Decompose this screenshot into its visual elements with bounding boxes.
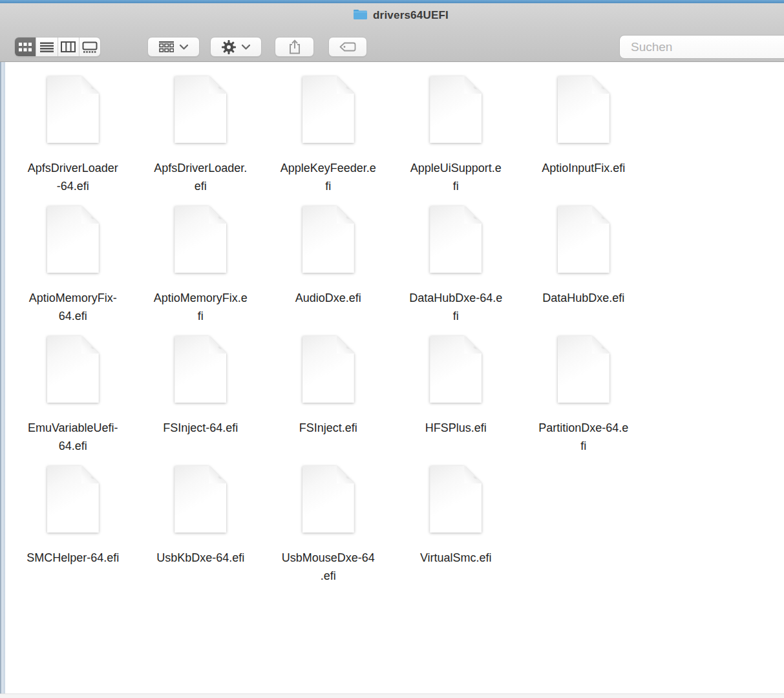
title-bar[interactable]: drivers64UEFI <box>0 3 784 62</box>
gear-icon <box>222 40 236 54</box>
file-label: UsbKbDxe-64.efi <box>156 549 244 567</box>
tags-button[interactable] <box>328 37 367 57</box>
file-label: FSInject.efi <box>299 419 357 437</box>
view-mode-segmented-control <box>14 37 101 57</box>
grid-view-icon <box>18 42 32 52</box>
document-icon <box>175 466 226 533</box>
file-item[interactable]: DataHubDxe.efi <box>520 192 648 322</box>
document-icon <box>430 206 482 273</box>
file-item[interactable]: SMCHelper-64.efi <box>9 452 137 582</box>
file-label: AudioDxe.efi <box>295 289 361 307</box>
file-item[interactable]: HFSPlus.efi <box>392 322 520 452</box>
search-input[interactable] <box>631 40 784 54</box>
file-label: AptioInputFix.efi <box>542 159 625 177</box>
file-label: FSInject-64.efi <box>163 419 238 437</box>
document-icon <box>302 336 354 403</box>
document-icon <box>47 466 99 533</box>
file-label: ApfsDriverLoader-64.efi <box>28 159 118 195</box>
document-icon <box>175 206 226 273</box>
document-icon <box>302 206 354 273</box>
file-label: UsbMouseDxe-64.efi <box>282 549 375 585</box>
document-icon <box>175 76 226 143</box>
file-label: SMCHelper-64.efi <box>26 549 119 567</box>
desktop-left-sliver <box>0 62 5 693</box>
document-icon <box>47 76 99 143</box>
file-label: PartitionDxe-64.efi <box>538 419 628 455</box>
file-label: HFSPlus.efi <box>425 419 487 437</box>
document-icon <box>175 336 226 403</box>
share-button[interactable] <box>275 37 314 57</box>
window-title: drivers64UEFI <box>373 9 449 22</box>
file-label: EmuVariableUefi-64.efi <box>28 419 118 455</box>
file-item[interactable]: VirtualSmc.efi <box>392 452 520 582</box>
column-view-button[interactable] <box>58 37 79 56</box>
file-item[interactable]: AptioMemoryFix-64.efi <box>9 192 137 322</box>
file-item[interactable]: AptioMemoryFix.efi <box>137 192 265 322</box>
file-item[interactable]: ApfsDriverLoader.efi <box>137 62 265 192</box>
window-bottom-edge <box>0 693 784 698</box>
file-label: AppleKeyFeeder.efi <box>281 159 376 195</box>
file-item[interactable]: UsbKbDxe-64.efi <box>137 452 265 582</box>
file-label: DataHubDxe.efi <box>542 289 624 307</box>
file-item[interactable]: AppleKeyFeeder.efi <box>264 62 392 192</box>
file-item[interactable]: PartitionDxe-64.efi <box>520 322 648 452</box>
column-view-icon <box>61 41 76 52</box>
file-item[interactable]: FSInject-64.efi <box>137 322 265 452</box>
file-label: ApfsDriverLoader.efi <box>154 159 247 195</box>
document-icon <box>302 466 354 533</box>
file-item[interactable]: AppleUiSupport.efi <box>392 62 520 192</box>
file-item[interactable]: DataHubDxe-64.efi <box>392 192 520 322</box>
chevron-down-icon <box>180 45 188 50</box>
tag-icon <box>339 42 356 52</box>
document-icon <box>558 336 609 403</box>
arrange-button[interactable] <box>147 37 200 57</box>
list-view-icon <box>40 42 54 52</box>
list-view-button[interactable] <box>36 37 58 56</box>
icon-view-button[interactable] <box>15 37 36 56</box>
document-icon <box>558 206 609 273</box>
chevron-down-icon <box>242 45 250 50</box>
document-icon <box>430 336 482 403</box>
arrange-icon <box>159 41 174 52</box>
file-item[interactable]: UsbMouseDxe-64.efi <box>264 452 392 582</box>
file-item[interactable]: ApfsDriverLoader-64.efi <box>9 62 137 192</box>
document-icon <box>430 466 482 533</box>
document-icon <box>430 76 482 143</box>
share-icon <box>289 39 301 54</box>
document-icon <box>302 76 354 143</box>
action-button[interactable] <box>210 37 262 57</box>
file-item[interactable]: AptioInputFix.efi <box>520 62 648 192</box>
gallery-view-button[interactable] <box>79 37 100 56</box>
document-icon <box>47 336 99 403</box>
file-item[interactable]: EmuVariableUefi-64.efi <box>9 322 137 452</box>
search-field[interactable] <box>619 35 784 59</box>
file-item[interactable]: AudioDxe.efi <box>264 192 392 322</box>
file-grid: ApfsDriverLoader-64.efi ApfsDriverLoader… <box>0 62 784 582</box>
file-label: VirtualSmc.efi <box>420 549 492 567</box>
file-label: AptioMemoryFix.efi <box>154 289 248 325</box>
window-title-group: drivers64UEFI <box>353 8 449 23</box>
file-label: DataHubDxe-64.efi <box>409 289 502 325</box>
file-label: AppleUiSupport.efi <box>410 159 502 195</box>
file-label: AptioMemoryFix-64.efi <box>29 289 117 325</box>
document-icon <box>47 206 99 273</box>
file-item[interactable]: FSInject.efi <box>264 322 392 452</box>
gallery-view-icon <box>82 41 98 53</box>
finder-content-area[interactable]: ApfsDriverLoader-64.efi ApfsDriverLoader… <box>0 62 784 698</box>
folder-icon <box>353 8 368 23</box>
document-icon <box>558 76 609 143</box>
